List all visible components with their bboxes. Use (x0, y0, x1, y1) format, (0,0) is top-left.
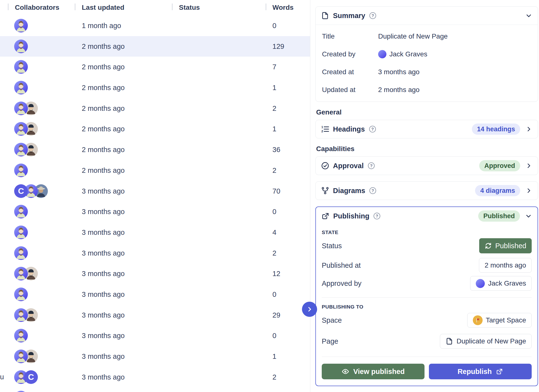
table-row[interactable]: 3 months ago2 (0, 243, 310, 264)
collaborators-cell (14, 143, 38, 156)
help-icon[interactable]: ? (369, 187, 377, 195)
table-header: Collaborators Last updated Status Words (0, 0, 310, 15)
view-published-button[interactable]: View published (322, 364, 425, 379)
last-updated-cell: 2 months ago (82, 63, 125, 71)
help-icon[interactable]: ? (369, 12, 377, 20)
chevron-down-icon (525, 212, 532, 220)
table-row[interactable]: 3 months ago0 (0, 325, 310, 346)
collaborators-cell (14, 81, 28, 94)
workspace-logo-avatar: C (14, 184, 28, 198)
last-updated-cell: 3 months ago (82, 208, 125, 216)
approval-title: Approval (333, 162, 364, 170)
last-updated-cell: 3 months ago (82, 311, 125, 319)
table-row[interactable]: 2 months ago7 (0, 57, 310, 77)
table-row[interactable]: 3 months ago4 (0, 222, 310, 243)
collaborators-cell: C (14, 184, 48, 198)
user-avatar (14, 246, 28, 260)
svg-text:1: 1 (321, 125, 323, 129)
svg-text:?: ? (371, 127, 373, 132)
table-row[interactable]: 3 months ago12 (0, 263, 310, 284)
chevron-down-icon[interactable] (525, 12, 532, 19)
collaborators-cell (14, 246, 28, 260)
table-row[interactable]: C3 months ago2 (0, 367, 310, 388)
user-avatar (14, 205, 28, 218)
approval-card[interactable]: Approval ? Approved (315, 156, 538, 175)
target-space-chip[interactable]: Target Space (467, 313, 532, 328)
chevron-right-icon (525, 125, 532, 133)
table-row[interactable]: 2 months ago1 (0, 119, 310, 139)
column-divider (8, 3, 9, 10)
table-row[interactable]: 3 months ago1 (0, 346, 310, 367)
user-avatar (14, 81, 28, 94)
table-body: 1 month ago02 months ago1292 months ago7… (0, 15, 310, 392)
published-at-chip[interactable]: 2 months ago (479, 258, 532, 273)
last-updated-cell: 3 months ago (82, 249, 125, 257)
diagrams-card[interactable]: Diagrams ? 4 diagrams (315, 181, 538, 200)
table-row[interactable]: 2 months ago2 (0, 160, 310, 181)
words-cell: 2 (272, 104, 276, 113)
column-header-last-updated: Last updated (82, 4, 124, 11)
user-avatar (14, 350, 28, 363)
collaborators-cell (14, 102, 38, 115)
user-avatar (14, 102, 28, 115)
created-at-value: 3 months ago (378, 68, 420, 76)
column-divider (75, 3, 75, 10)
collaborators-cell (14, 40, 28, 53)
target-page-chip[interactable]: Duplicate of New Page (440, 334, 532, 349)
published-status-button[interactable]: Published (479, 238, 532, 253)
table-row[interactable]: 1 month ago0 (0, 15, 310, 36)
check-circle-icon (321, 162, 329, 170)
details-panel: Summary ? Title Duplicate of New Page Cr… (310, 0, 539, 392)
collaborators-cell (14, 350, 38, 363)
last-updated-cell: 3 months ago (82, 187, 125, 195)
last-updated-cell: 1 month ago (82, 22, 121, 30)
table-row[interactable]: 2 months ago2 (0, 98, 310, 119)
collapse-panel-button[interactable] (302, 302, 317, 317)
user-avatar (14, 143, 28, 156)
table-row[interactable]: C3 months ago70 (0, 181, 310, 202)
user-avatar (14, 267, 28, 280)
updated-at-value: 2 months ago (378, 86, 420, 94)
last-updated-cell: 2 months ago (82, 146, 125, 154)
share-export-icon (321, 212, 330, 220)
publishing-status-badge: Published (478, 210, 520, 222)
words-cell: 36 (272, 146, 280, 154)
eye-icon (342, 368, 349, 375)
summary-header[interactable]: Summary ? (316, 7, 538, 25)
user-avatar (14, 308, 28, 322)
help-icon[interactable]: ? (373, 212, 381, 220)
document-icon (321, 11, 329, 20)
section-capabilities: Capabilities (316, 145, 539, 153)
svg-text:?: ? (376, 214, 378, 218)
republish-button[interactable]: Republish (429, 364, 532, 379)
table-row[interactable]: 3 months ago29 (0, 305, 310, 326)
headings-card[interactable]: 12 Headings ? 14 headings (315, 120, 538, 138)
table-row[interactable]: 2 months ago1 (0, 77, 310, 98)
approved-by-row: Approved by Jack Graves (322, 274, 532, 292)
column-divider (266, 3, 266, 10)
last-updated-cell: 3 months ago (82, 290, 125, 299)
user-avatar (14, 60, 28, 74)
table-row[interactable]: 3 months ago0 (0, 201, 310, 222)
column-header-collaborators: Collaborators (15, 4, 59, 11)
workspace-logo-avatar: C (24, 370, 38, 384)
words-cell: 29 (272, 311, 280, 319)
user-avatar (14, 288, 28, 301)
last-updated-cell: 3 months ago (82, 270, 125, 278)
publishing-header[interactable]: Publishing ? Published (316, 207, 538, 225)
table-row[interactable]: 2 months ago129 (0, 36, 310, 57)
approved-by-chip[interactable]: Jack Graves (470, 276, 532, 291)
approval-status-badge: Approved (479, 160, 520, 171)
user-avatar (14, 226, 28, 239)
last-updated-cell: 2 months ago (82, 125, 125, 133)
table-row[interactable]: 3 months ago0 (0, 284, 310, 305)
svg-text:?: ? (372, 13, 374, 18)
table-row[interactable] (0, 387, 310, 392)
help-icon[interactable]: ? (367, 162, 375, 170)
table-row[interactable]: 2 months ago36 (0, 139, 310, 160)
help-icon[interactable]: ? (369, 125, 376, 133)
collaborators-cell (14, 122, 38, 136)
words-cell: 2 (272, 166, 276, 175)
chevron-right-icon (525, 162, 532, 169)
user-avatar (14, 19, 28, 32)
